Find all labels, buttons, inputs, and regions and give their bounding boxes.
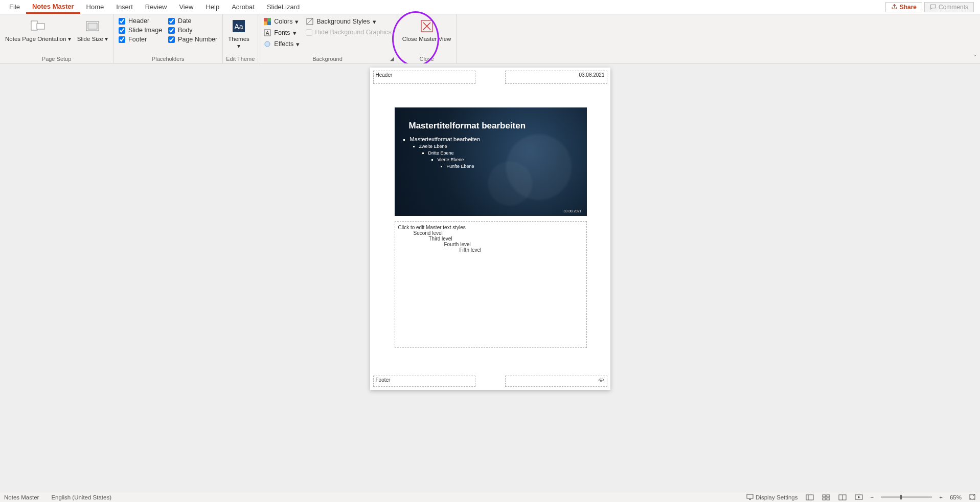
group-placeholders-label: Placeholders — [117, 55, 219, 63]
chevron-down-icon: ▾ — [293, 29, 297, 37]
notes-master-page[interactable]: Header 03.08.2021 Mastertitelformat bear… — [370, 68, 610, 390]
tab-file[interactable]: File — [3, 1, 26, 13]
tab-notes-master[interactable]: Notes Master — [26, 1, 80, 14]
placeholder-body[interactable]: Click to edit Master text styles Second … — [395, 221, 587, 348]
share-label: Share — [900, 4, 917, 11]
placeholder-page-number[interactable]: ‹#› — [505, 376, 607, 387]
notes-l1: Click to edit Master text styles — [398, 225, 583, 230]
group-page-setup: Notes Page Orientation ▾ Slide Size ▾ Pa… — [0, 14, 113, 63]
chk-slide-image-box[interactable] — [119, 27, 125, 34]
svg-rect-15 — [747, 494, 753, 498]
placeholder-header[interactable]: Header — [373, 71, 475, 84]
group-background: Colors ▾ A Fonts ▾ Effects ▾ Background … — [258, 14, 397, 63]
colors-button[interactable]: Colors ▾ — [261, 16, 302, 27]
colors-icon — [263, 17, 271, 26]
chevron-down-icon: ▾ — [296, 40, 300, 48]
group-edit-theme-label: Edit Theme — [226, 55, 255, 63]
slide-size-label: Slide Size ▾ — [77, 36, 108, 43]
hide-bg-graphics: Hide Background Graphics — [304, 28, 393, 37]
close-master-view-button[interactable]: Close Master View — [400, 16, 453, 44]
svg-rect-9 — [267, 21, 271, 25]
zoom-slider-thumb[interactable] — [900, 495, 902, 499]
slide-text-l2: Zweite Ebene — [419, 144, 587, 149]
normal-view-button[interactable] — [805, 494, 814, 501]
group-close-label: Close — [400, 55, 453, 63]
zoom-out-button[interactable]: − — [871, 494, 874, 500]
orientation-label: Notes Page Orientation ▾ — [5, 36, 71, 43]
svg-rect-17 — [806, 495, 813, 500]
placeholder-footer[interactable]: Footer — [373, 376, 475, 387]
status-language[interactable]: English (United States) — [51, 494, 111, 500]
background-styles-button[interactable]: Background Styles ▾ — [304, 16, 393, 27]
comments-icon — [930, 4, 937, 10]
chk-body[interactable]: Body — [168, 27, 217, 34]
tab-view[interactable]: View — [173, 1, 199, 13]
chk-page-number-box[interactable] — [168, 36, 175, 43]
comments-label: Comments — [939, 4, 968, 11]
zoom-level[interactable]: 65% — [950, 494, 962, 500]
slide-size-button[interactable]: Slide Size ▾ — [75, 16, 110, 44]
fonts-button[interactable]: A Fonts ▾ — [261, 28, 302, 38]
chk-page-number[interactable]: Page Number — [168, 36, 217, 43]
slide-text-l3: Dritte Ebene — [428, 150, 587, 156]
themes-label: Themes▾ — [228, 36, 249, 50]
chk-footer[interactable]: Footer — [119, 36, 162, 43]
group-page-setup-label: Page Setup — [3, 55, 110, 63]
effects-button[interactable]: Effects ▾ — [261, 39, 302, 49]
chk-slide-image[interactable]: Slide Image — [119, 27, 162, 34]
slide-date: 03.08.2021 — [563, 209, 581, 213]
slideshow-view-button[interactable] — [854, 494, 863, 501]
bg-styles-icon — [306, 17, 314, 26]
workspace[interactable]: Header 03.08.2021 Mastertitelformat bear… — [0, 63, 980, 492]
comments-button[interactable]: Comments — [924, 2, 974, 12]
notes-l4: Fourth level — [398, 242, 583, 247]
themes-button[interactable]: Aa Themes▾ — [226, 16, 252, 51]
slide-title: Mastertitelformat bearbeiten — [395, 107, 587, 136]
orientation-icon — [29, 17, 47, 35]
close-icon — [418, 17, 436, 35]
hide-bg-checkbox — [306, 29, 312, 36]
svg-rect-7 — [267, 18, 271, 21]
svg-point-12 — [265, 41, 270, 47]
chk-date[interactable]: Date — [168, 17, 217, 25]
notes-page-orientation-button[interactable]: Notes Page Orientation ▾ — [3, 16, 73, 44]
chevron-down-icon: ▾ — [295, 18, 299, 26]
svg-rect-6 — [264, 18, 267, 21]
chk-body-box[interactable] — [168, 27, 175, 34]
svg-text:A: A — [266, 30, 269, 36]
chk-footer-box[interactable] — [119, 36, 125, 43]
notes-l2: Second level — [398, 230, 583, 236]
reading-view-button[interactable] — [838, 494, 847, 501]
display-settings-button[interactable]: Display Settings — [746, 494, 797, 501]
tab-review[interactable]: Review — [139, 1, 173, 13]
slide-text-l5: Fünfte Ebene — [447, 164, 587, 169]
chk-header-box[interactable] — [119, 18, 125, 25]
zoom-in-button[interactable]: + — [939, 494, 943, 500]
chk-date-box[interactable] — [168, 18, 175, 25]
svg-text:Aa: Aa — [234, 23, 243, 31]
svg-rect-1 — [37, 24, 44, 29]
slide-size-icon — [84, 17, 101, 35]
slide-sorter-view-button[interactable] — [822, 494, 831, 501]
tab-slidelizard[interactable]: SlideLizard — [261, 1, 306, 13]
placeholder-slide-image[interactable]: Mastertitelformat bearbeiten Mastertextf… — [395, 107, 587, 216]
notes-l3: Third level — [398, 236, 583, 242]
svg-rect-0 — [31, 21, 37, 30]
share-button[interactable]: Share — [885, 2, 922, 12]
collapse-ribbon-button[interactable]: ˄ — [974, 54, 977, 61]
tab-insert[interactable]: Insert — [110, 1, 139, 13]
fit-to-window-button[interactable] — [969, 493, 976, 501]
group-close: Close Master View Close — [397, 14, 457, 63]
share-icon — [891, 4, 898, 10]
chk-header[interactable]: Header — [119, 17, 162, 25]
tab-home[interactable]: Home — [80, 1, 110, 13]
ribbon: Notes Page Orientation ▾ Slide Size ▾ Pa… — [0, 14, 980, 63]
svg-rect-16 — [749, 499, 751, 500]
background-dialog-launcher[interactable]: ◢ — [389, 55, 396, 62]
tab-help[interactable]: Help — [199, 1, 225, 13]
group-background-label: Background — [261, 55, 393, 63]
tab-acrobat[interactable]: Acrobat — [225, 1, 261, 13]
placeholder-date[interactable]: 03.08.2021 — [505, 71, 607, 84]
fonts-icon: A — [263, 29, 271, 37]
zoom-slider[interactable] — [881, 496, 932, 498]
